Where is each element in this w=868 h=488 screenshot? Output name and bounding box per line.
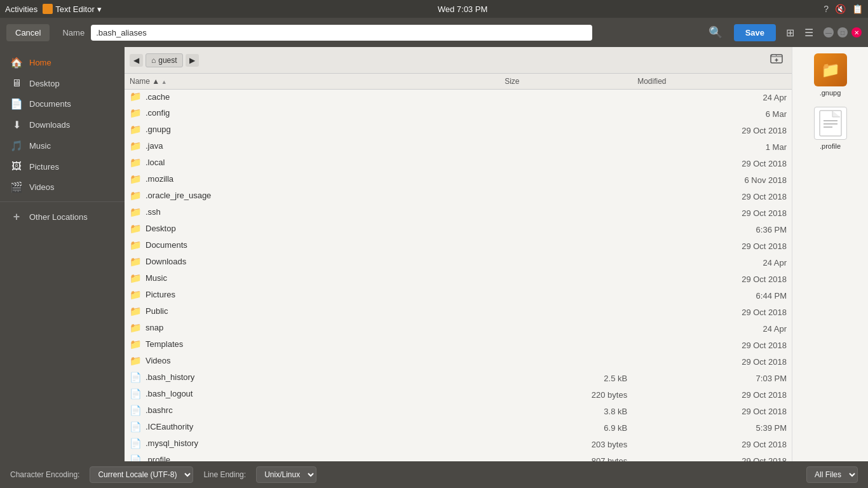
file-modified: 5:39 PM <box>632 420 792 437</box>
file-icon: 📁 <box>130 157 142 168</box>
downloads-icon: ⬇ <box>10 119 23 131</box>
file-size: 2.5 kB <box>499 370 632 387</box>
table-row[interactable]: 📁Music29 Oct 2018 <box>125 271 792 288</box>
search-button[interactable]: 🔍 <box>703 23 728 42</box>
file-icon: 📁 <box>130 190 142 201</box>
forward-button[interactable]: ▶ <box>186 54 199 67</box>
table-row[interactable]: 📁.ssh29 Oct 2018 <box>125 205 792 222</box>
sidebar-item-other-locations[interactable]: + Other Locations <box>0 206 125 228</box>
table-row[interactable]: 📁Downloads24 Apr <box>125 255 792 271</box>
file-modified: 29 Oct 2018 <box>632 238 792 255</box>
help-icon[interactable]: ? <box>824 4 829 14</box>
table-row[interactable]: 📁.config6 Mar <box>125 106 792 123</box>
activities-button[interactable]: Activities <box>5 4 37 14</box>
topbar-left: Activities Text Editor ▾ <box>5 4 102 14</box>
sidebar-item-pictures[interactable]: 🖼 Pictures <box>0 156 125 177</box>
file-table-body: 📁.cache24 Apr📁.config6 Mar📁.gnupg29 Oct … <box>125 90 792 462</box>
file-name: .ICEauthority <box>146 422 193 431</box>
file-modified: 29 Oct 2018 <box>632 304 792 321</box>
file-icon: 📁 <box>130 355 142 367</box>
table-row[interactable]: 📄.bash_logout220 bytes29 Oct 2018 <box>125 387 792 403</box>
file-icon: 📁 <box>130 173 142 185</box>
list-view-button[interactable]: ☰ <box>801 24 817 41</box>
system-icon[interactable]: 📋 <box>852 4 863 14</box>
line-ending-label: Line Ending: <box>203 470 246 479</box>
file-name: Music <box>146 273 167 283</box>
file-size <box>499 321 632 337</box>
column-name[interactable]: Name ▲ <box>125 74 499 90</box>
table-row[interactable]: 📁Desktop6:36 PM <box>125 222 792 238</box>
table-row[interactable]: 📄.bash_history2.5 kB7:03 PM <box>125 370 792 387</box>
file-modified: 29 Oct 2018 <box>632 205 792 222</box>
table-row[interactable]: 📁Documents29 Oct 2018 <box>125 238 792 255</box>
cancel-button[interactable]: Cancel <box>6 24 50 41</box>
sidebar-item-downloads[interactable]: ⬇ Downloads <box>0 114 125 135</box>
sidebar-item-music[interactable]: 🎵 Music <box>0 135 125 156</box>
file-name: .bashrc <box>146 405 173 415</box>
maximize-button[interactable]: □ <box>837 27 848 37</box>
location-home[interactable]: ⌂ guest <box>146 53 183 67</box>
volume-icon[interactable]: 🔇 <box>835 4 846 14</box>
table-row[interactable]: 📄.ICEauthority6.9 kB5:39 PM <box>125 420 792 437</box>
right-panel-item-gnupg[interactable]: 📁 .gnupg <box>814 53 847 97</box>
table-row[interactable]: 📁.gnupg29 Oct 2018 <box>125 123 792 139</box>
back-button[interactable]: ◀ <box>130 54 143 67</box>
gnupg-folder-icon: 📁 <box>814 53 847 86</box>
table-row[interactable]: 📄.bashrc3.8 kB29 Oct 2018 <box>125 403 792 420</box>
sidebar-item-home[interactable]: 🏠 Home <box>0 52 125 73</box>
file-modified: 29 Oct 2018 <box>632 337 792 354</box>
table-row[interactable]: 📁Videos29 Oct 2018 <box>125 354 792 370</box>
file-icon: 📄 <box>130 372 142 383</box>
table-row[interactable]: 📁.oracle_jre_usage29 Oct 2018 <box>125 189 792 205</box>
file-icon: 📁 <box>130 273 142 284</box>
desktop-icon: 🖥 <box>10 78 23 89</box>
table-row[interactable]: 📁.mozilla6 Nov 2018 <box>125 172 792 189</box>
right-panel-item-profile[interactable]: .profile <box>814 107 847 150</box>
table-row[interactable]: 📁.cache24 Apr <box>125 90 792 106</box>
table-row[interactable]: 📁Templates29 Oct 2018 <box>125 337 792 354</box>
save-button[interactable]: Save <box>734 24 776 41</box>
file-icon: 📄 <box>130 405 142 416</box>
table-row[interactable]: 📄.mysql_history203 bytes29 Oct 2018 <box>125 437 792 453</box>
table-row[interactable]: 📁.local29 Oct 2018 <box>125 156 792 172</box>
file-size <box>499 90 632 106</box>
file-icon: 📁 <box>130 207 142 218</box>
minimize-button[interactable]: — <box>824 27 834 37</box>
grid-view-button[interactable]: ⊞ <box>782 24 798 41</box>
file-modified: 6:44 PM <box>632 288 792 304</box>
table-row[interactable]: 📁Public29 Oct 2018 <box>125 304 792 321</box>
table-row[interactable]: 📁Pictures6:44 PM <box>125 288 792 304</box>
table-row[interactable]: 📄.profile807 bytes29 Oct 2018 <box>125 453 792 462</box>
close-button[interactable]: ✕ <box>851 27 862 37</box>
gnupg-label: .gnupg <box>820 89 841 97</box>
file-name: .cache <box>146 92 170 102</box>
file-name: .profile <box>146 455 170 461</box>
file-modified: 6:36 PM <box>632 222 792 238</box>
column-size[interactable]: Size <box>499 74 632 90</box>
table-row[interactable]: 📁.java1 Mar <box>125 139 792 156</box>
file-icon: 📁 <box>130 306 142 317</box>
sidebar-item-documents[interactable]: 📄 Documents <box>0 93 125 114</box>
file-modified: 29 Oct 2018 <box>632 387 792 403</box>
app-name-menu[interactable]: Text Editor ▾ <box>43 4 101 14</box>
file-name: Documents <box>146 240 187 250</box>
svg-rect-3 <box>820 111 841 136</box>
sidebar-item-label-documents: Documents <box>29 99 71 109</box>
right-panel: 📁 .gnupg .profile <box>792 47 868 461</box>
file-filter-select[interactable]: All Files <box>806 466 858 483</box>
encoding-select[interactable]: Current Locale (UTF-8) <box>90 466 193 483</box>
new-folder-button[interactable] <box>766 51 787 69</box>
file-name: .bash_history <box>146 372 194 382</box>
app-icon <box>43 4 53 14</box>
sidebar-item-videos[interactable]: 🎬 Videos <box>0 177 125 198</box>
file-icon: 📁 <box>130 339 142 350</box>
file-name: .mysql_history <box>146 438 198 448</box>
line-ending-select[interactable]: Unix/Linux <box>256 466 316 483</box>
filename-input[interactable] <box>91 25 592 41</box>
table-row[interactable]: 📁snap24 Apr <box>125 321 792 337</box>
file-table-container[interactable]: Name ▲ Size Modified 📁.cache24 Apr📁.conf… <box>125 74 792 461</box>
column-modified[interactable]: Modified <box>632 74 792 90</box>
sidebar-item-label-videos: Videos <box>29 182 55 192</box>
sidebar-item-desktop[interactable]: 🖥 Desktop <box>0 73 125 93</box>
file-icon: 📁 <box>130 91 142 102</box>
